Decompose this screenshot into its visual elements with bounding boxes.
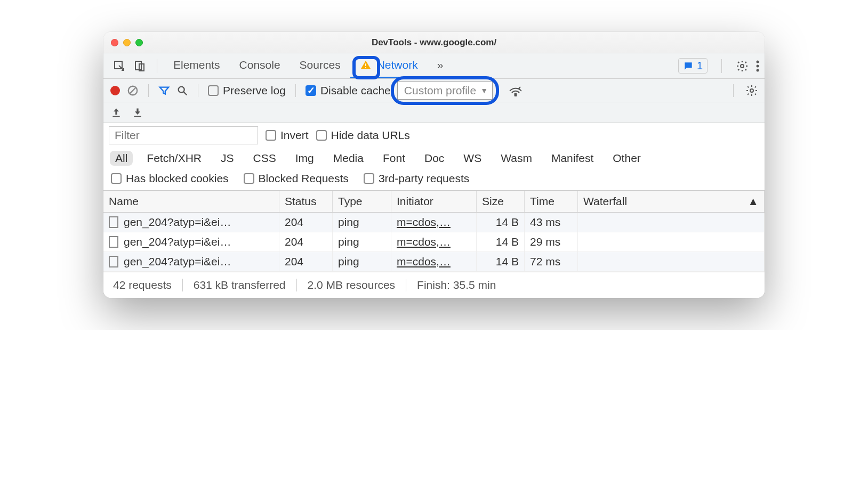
extra-filters: Has blocked cookies Blocked Requests 3rd… — [103, 169, 765, 191]
status-transferred: 631 kB transferred — [194, 279, 297, 291]
download-icon[interactable] — [132, 107, 143, 118]
issues-icon — [683, 61, 694, 71]
col-time[interactable]: Time — [525, 191, 578, 212]
zoom-window-button[interactable] — [135, 39, 143, 46]
type-pill-js[interactable]: JS — [215, 151, 239, 166]
tab-network[interactable]: Network — [350, 53, 428, 78]
cell-status: 204 — [279, 232, 333, 251]
type-pill-wasm[interactable]: Wasm — [495, 151, 537, 166]
minimize-window-button[interactable] — [123, 39, 131, 46]
cell-time: 29 ms — [525, 232, 578, 251]
cell-waterfall — [578, 232, 765, 251]
clear-button[interactable] — [127, 85, 139, 96]
third-party-checkbox[interactable]: 3rd-party requests — [364, 172, 469, 185]
close-window-button[interactable] — [111, 39, 118, 46]
type-pill-ws[interactable]: WS — [458, 151, 487, 166]
status-finish: Finish: 35.5 min — [417, 279, 507, 291]
tab-overflow[interactable]: » — [428, 53, 453, 78]
cell-type: ping — [333, 232, 391, 251]
status-requests: 42 requests — [113, 279, 183, 291]
separator — [733, 84, 734, 97]
col-waterfall[interactable]: Waterfall▲ — [578, 191, 765, 212]
blocked-cookies-checkbox[interactable]: Has blocked cookies — [111, 172, 229, 185]
file-icon — [109, 256, 118, 267]
cell-size: 14 B — [477, 252, 525, 271]
inspect-icon[interactable] — [113, 60, 126, 72]
col-initiator[interactable]: Initiator — [391, 191, 477, 212]
separator — [148, 84, 149, 97]
svg-point-14 — [515, 94, 517, 96]
col-status[interactable]: Status — [279, 191, 333, 212]
tab-console[interactable]: Console — [230, 53, 290, 78]
status-bar: 42 requests 631 kB transferred 2.0 MB re… — [103, 272, 765, 298]
throttling-select[interactable]: Custom profile — [397, 82, 493, 100]
type-pill-css[interactable]: CSS — [248, 151, 282, 166]
status-resources: 2.0 MB resources — [308, 279, 407, 291]
record-button[interactable] — [110, 85, 120, 96]
blocked-requests-checkbox[interactable]: Blocked Requests — [244, 172, 349, 185]
sort-indicator-icon: ▲ — [748, 195, 759, 208]
type-pill-all[interactable]: All — [110, 151, 133, 166]
svg-line-13 — [184, 92, 187, 95]
svg-rect-4 — [365, 67, 366, 68]
separator — [198, 84, 198, 97]
disable-cache-label: Disable cache — [320, 84, 391, 97]
cell-name: gen_204?atyp=i&ei… — [124, 255, 231, 268]
table-row[interactable]: gen_204?atyp=i&ei…204pingm=cdos,…14 B43 … — [103, 213, 765, 232]
device-toggle-icon[interactable] — [133, 60, 146, 72]
search-icon[interactable] — [176, 85, 188, 96]
separator — [295, 84, 296, 97]
svg-point-5 — [741, 64, 744, 68]
hide-data-urls-label: Hide data URLs — [331, 129, 410, 142]
type-pill-media[interactable]: Media — [328, 151, 369, 166]
svg-point-9 — [110, 86, 120, 95]
issues-badge[interactable]: 1 — [678, 58, 708, 74]
import-export-toolbar — [103, 102, 765, 123]
cell-size: 14 B — [477, 213, 525, 232]
titlebar: DevTools - www.google.com/ — [103, 32, 765, 53]
hide-data-urls-checkbox[interactable]: Hide data URLs — [316, 129, 410, 142]
file-icon — [109, 216, 118, 228]
type-pill-img[interactable]: Img — [290, 151, 319, 166]
filter-icon[interactable] — [158, 85, 170, 96]
type-pill-other[interactable]: Other — [607, 151, 646, 166]
tab-sources[interactable]: Sources — [290, 53, 350, 78]
separator — [157, 59, 157, 73]
svg-point-15 — [750, 89, 753, 92]
gear-icon[interactable] — [736, 60, 749, 72]
table-row[interactable]: gen_204?atyp=i&ei…204pingm=cdos,…14 B72 … — [103, 252, 765, 272]
type-pill-fetch-xhr[interactable]: Fetch/XHR — [141, 151, 207, 166]
traffic-lights — [111, 39, 143, 46]
table-row[interactable]: gen_204?atyp=i&ei…204pingm=cdos,…14 B29 … — [103, 232, 765, 252]
grid-header: Name Status Type Initiator Size Time Wat… — [103, 191, 765, 213]
tab-elements[interactable]: Elements — [164, 53, 230, 78]
cell-name: gen_204?atyp=i&ei… — [124, 236, 231, 248]
cell-time: 72 ms — [525, 252, 578, 271]
kebab-icon[interactable] — [756, 60, 759, 72]
cell-time: 43 ms — [525, 213, 578, 232]
svg-point-6 — [757, 60, 759, 63]
col-name[interactable]: Name — [103, 191, 279, 212]
network-toolbar: Preserve log Disable cache Custom profil… — [103, 79, 765, 102]
type-pill-doc[interactable]: Doc — [419, 151, 449, 166]
filter-input[interactable] — [109, 126, 258, 144]
svg-point-8 — [757, 69, 759, 71]
invert-checkbox[interactable]: Invert — [266, 129, 309, 142]
type-pill-font[interactable]: Font — [377, 151, 411, 166]
type-pill-manifest[interactable]: Manifest — [546, 151, 599, 166]
grid-body: gen_204?atyp=i&ei…204pingm=cdos,…14 B43 … — [103, 213, 765, 272]
preserve-log-checkbox[interactable]: Preserve log — [208, 84, 286, 97]
settings-gear-icon[interactable] — [745, 84, 758, 97]
svg-line-11 — [130, 87, 136, 93]
col-size[interactable]: Size — [477, 191, 525, 212]
network-conditions-icon[interactable] — [509, 85, 523, 96]
cell-initiator[interactable]: m=cdos,… — [391, 252, 477, 271]
disable-cache-checkbox[interactable]: Disable cache — [306, 84, 391, 97]
issues-count: 1 — [697, 60, 703, 72]
svg-rect-1 — [135, 61, 141, 70]
svg-point-7 — [757, 64, 759, 67]
cell-initiator[interactable]: m=cdos,… — [391, 232, 477, 251]
col-type[interactable]: Type — [333, 191, 391, 212]
upload-icon[interactable] — [111, 107, 122, 118]
cell-initiator[interactable]: m=cdos,… — [391, 213, 477, 232]
